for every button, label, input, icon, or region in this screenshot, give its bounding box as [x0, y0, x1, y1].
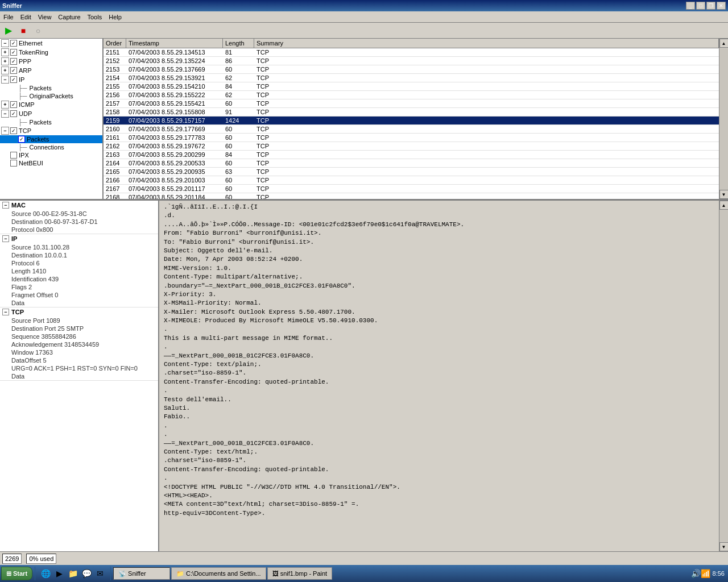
- checkbox-arp[interactable]: ✓: [10, 67, 17, 74]
- content-scroll-up[interactable]: ▲: [719, 201, 729, 210]
- packet-row-2152[interactable]: 215207/04/2003 8.55.29.13522486TCP: [104, 57, 719, 65]
- packet-table-body[interactable]: 215107/04/2003 8.55.29.13451381TCP215207…: [104, 48, 719, 199]
- restore-button[interactable]: ❐: [706, 2, 715, 10]
- detail-expand-ip[interactable]: −: [2, 235, 9, 242]
- packet-row-2153[interactable]: 215307/04/2003 8.55.29.13766960TCP: [104, 65, 719, 74]
- col-header-summary[interactable]: Summary: [254, 39, 719, 48]
- packet-row-2160[interactable]: 216007/04/2003 8.55.29.17766960TCP: [104, 125, 719, 134]
- detail-expand-tcp[interactable]: −: [2, 309, 9, 315]
- content-scroll-down[interactable]: ▼: [719, 542, 729, 551]
- col-header-timestamp[interactable]: Timestamp: [126, 39, 223, 48]
- menu-item-capture[interactable]: Capture: [55, 13, 84, 22]
- scroll-down-arrow[interactable]: ▼: [719, 190, 729, 199]
- expand-icon-arp[interactable]: +: [1, 66, 9, 74]
- expand-icon-tokenring[interactable]: +: [1, 48, 9, 56]
- taskbar-app-sniffer[interactable]: 📡 Sniffer: [113, 567, 170, 580]
- menu-item-tools[interactable]: Tools: [84, 13, 106, 22]
- expand-icon-ip[interactable]: −: [1, 76, 9, 84]
- tree-item-tcp-packets[interactable]: ✓Packets: [0, 135, 102, 143]
- checkbox-ethernet[interactable]: ✓: [10, 40, 17, 47]
- taskbar-app-snif1.bmp---paint[interactable]: 🖼 snif1.bmp - Paint: [267, 567, 333, 580]
- menu-item-edit[interactable]: Edit: [17, 13, 35, 22]
- taskbar-app-c:\documents-and-settin...[interactable]: 📁 C:\Documents and Settin...: [171, 567, 266, 580]
- tree-item-ethernet[interactable]: −✓Ethernet: [0, 39, 102, 48]
- packet-row-2156[interactable]: 215607/04/2003 8.55.29.15522262TCP: [104, 91, 719, 99]
- minimize-button[interactable]: _: [686, 2, 695, 10]
- scroll-up-arrow[interactable]: ▲: [719, 39, 729, 48]
- tree-item-ppp[interactable]: +✓PPP: [0, 57, 102, 66]
- packet-row-2155[interactable]: 215507/04/2003 8.55.29.15421084TCP: [104, 82, 719, 91]
- packet-row-2162[interactable]: 216207/04/2003 8.55.29.19767260TCP: [104, 142, 719, 151]
- tree-item-connections[interactable]: ├─Connections: [0, 143, 102, 151]
- start-button[interactable]: ⊞ Start: [1, 567, 32, 580]
- tree-label-ppp: PPP: [19, 58, 31, 65]
- close-button[interactable]: ✕: [717, 2, 726, 10]
- tree-item-udp-packets[interactable]: ├─Packets: [0, 118, 102, 126]
- content-line: ——=_NextPart_000_001B_01C2FCE3.01F0A8C0.: [164, 352, 714, 360]
- tree-item-netbeui[interactable]: NetBEUI: [0, 159, 102, 167]
- checkbox-ipx[interactable]: [10, 152, 17, 159]
- packet-row-2165[interactable]: 216507/04/2003 8.55.29.20093563TCP: [104, 168, 719, 176]
- file-icon[interactable]: 📁: [67, 568, 78, 579]
- menu-item-help[interactable]: Help: [105, 13, 125, 22]
- menu-item-view[interactable]: View: [35, 13, 55, 22]
- tree-item-icmp[interactable]: +✓ICMP: [0, 100, 102, 109]
- packet-row-2158[interactable]: 215807/04/2003 8.55.29.15580891TCP: [104, 108, 719, 117]
- menu-item-file[interactable]: File: [0, 13, 17, 22]
- tree-item-ipx[interactable]: IPX: [0, 151, 102, 159]
- checkbox-tcp-packets[interactable]: ✓: [18, 136, 25, 143]
- packet-cell-2158-length: 91: [223, 108, 254, 116]
- tree-item-ip[interactable]: −✓IP: [0, 75, 102, 84]
- stop-button[interactable]: ■: [17, 24, 30, 37]
- content-scroll-track[interactable]: [719, 210, 729, 542]
- packet-row-2164[interactable]: 216407/04/2003 8.55.29.20053360TCP: [104, 159, 719, 168]
- packet-row-2157[interactable]: 215707/04/2003 8.55.29.15542160TCP: [104, 99, 719, 108]
- checkbox-ppp[interactable]: ✓: [10, 58, 17, 65]
- detail-field-label: Length 1410: [11, 268, 46, 275]
- packet-row-2166[interactable]: 216607/04/2003 8.55.29.20100360TCP: [104, 176, 719, 185]
- tree-item-packets[interactable]: ├─Packets: [0, 84, 102, 92]
- tree-item-tcp[interactable]: −✓TCP: [0, 126, 102, 135]
- expand-icon-ethernet[interactable]: −: [1, 39, 9, 47]
- record-button[interactable]: ○: [32, 24, 44, 37]
- tree-item-arp[interactable]: +✓ARP: [0, 66, 102, 75]
- detail-header-tcp[interactable]: −TCP: [0, 307, 158, 317]
- media-icon[interactable]: ▶: [53, 568, 65, 579]
- mail-icon[interactable]: ✉: [94, 568, 106, 579]
- expand-icon-tcp[interactable]: −: [1, 127, 9, 135]
- maximize-button[interactable]: □: [696, 2, 705, 10]
- col-header-length[interactable]: Length: [223, 39, 254, 48]
- play-button[interactable]: ▶: [2, 24, 15, 37]
- col-header-order[interactable]: Order: [104, 39, 126, 48]
- chat-icon[interactable]: 💬: [81, 568, 92, 579]
- packet-row-2163[interactable]: 216307/04/2003 8.55.29.20029984TCP: [104, 151, 719, 159]
- packet-row-2159[interactable]: 215907/04/2003 8.55.29.1571571424TCP: [104, 117, 719, 125]
- packet-row-2151[interactable]: 215107/04/2003 8.55.29.13451381TCP: [104, 48, 719, 57]
- expand-icon-icmp[interactable]: +: [1, 101, 9, 109]
- content-line: To: "Fabio Burroni" <burronif@unisi.it>.: [164, 238, 714, 247]
- checkbox-icmp[interactable]: ✓: [10, 101, 17, 108]
- packet-row-2154[interactable]: 215407/04/2003 8.55.29.15392162TCP: [104, 74, 719, 82]
- packet-row-2161[interactable]: 216107/04/2003 8.55.29.17778360TCP: [104, 134, 719, 142]
- detail-expand-mac[interactable]: −: [2, 202, 9, 209]
- main-content: −✓Ethernet+✓TokenRing+✓PPP+✓ARP−✓IP├─Pac…: [0, 39, 728, 551]
- checkbox-tcp[interactable]: ✓: [10, 127, 17, 134]
- checkbox-ip[interactable]: ✓: [10, 76, 17, 83]
- content-scrollbar[interactable]: ▲ ▼: [719, 201, 728, 551]
- packet-cell-2155-summary: TCP: [254, 82, 719, 90]
- packet-row-2168[interactable]: 216807/04/2003 8.55.29.20118460TCP: [104, 193, 719, 199]
- detail-header-mac[interactable]: −MAC: [0, 201, 158, 210]
- tree-item-udp[interactable]: −✓UDP: [0, 109, 102, 118]
- tree-item-tokenring[interactable]: +✓TokenRing: [0, 48, 102, 57]
- ie-icon[interactable]: 🌐: [40, 568, 51, 579]
- checkbox-netbeui[interactable]: [10, 160, 17, 167]
- expand-icon-udp[interactable]: −: [1, 110, 9, 118]
- packet-row-2167[interactable]: 216707/04/2003 8.55.29.20111760TCP: [104, 185, 719, 193]
- checkbox-udp[interactable]: ✓: [10, 110, 17, 117]
- table-scrollbar[interactable]: ▲ ▼: [719, 39, 728, 199]
- tree-item-originalpackets[interactable]: ├─OriginalPackets: [0, 92, 102, 100]
- checkbox-tokenring[interactable]: ✓: [10, 49, 17, 56]
- scroll-track[interactable]: [719, 48, 729, 190]
- expand-icon-ppp[interactable]: +: [1, 57, 9, 65]
- detail-header-ip[interactable]: −IP: [0, 234, 158, 243]
